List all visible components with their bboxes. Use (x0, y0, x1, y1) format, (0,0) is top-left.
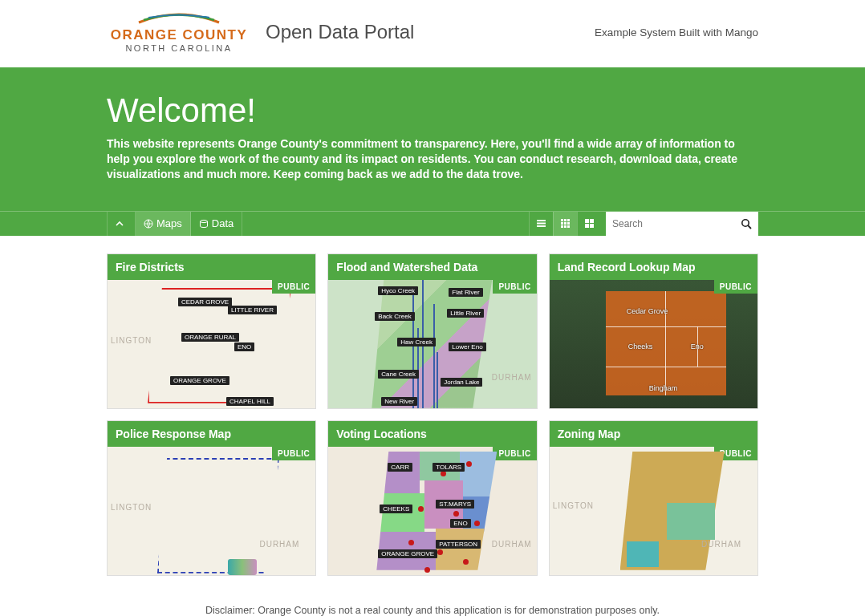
precinct-label: ST.MARYS (436, 500, 474, 509)
district-label: ENO (234, 342, 254, 351)
watershed-label: Flat River (449, 288, 482, 297)
map-base-label: DURHAM (259, 540, 299, 549)
portal-title: Open Data Portal (266, 21, 414, 43)
watershed-label: Cane Creek (378, 370, 419, 379)
data-icon (199, 219, 209, 229)
chevron-up-icon (116, 220, 124, 228)
card-fire-districts[interactable]: Fire Districts PUBLIC LINGTON CEDAR GROV… (107, 253, 316, 409)
map-base-label: LINGTON (553, 501, 594, 510)
precinct-label: ENO (450, 519, 470, 528)
watershed-label: Jordan Lake (441, 378, 482, 387)
precinct-label: CHEEKS (380, 505, 412, 513)
disclaimer: Disclaimer: Orange County is not a real … (0, 594, 865, 616)
map-base-label: DURHAM (701, 540, 741, 549)
svg-rect-3 (537, 223, 546, 225)
township-label: Bingham (649, 384, 678, 392)
svg-rect-8 (561, 222, 563, 225)
watershed-label: Little River (447, 309, 484, 318)
precinct-label: ORANGE GROVE (378, 549, 437, 558)
card-title: Flood and Watershed Data (328, 254, 536, 280)
header: ORANGE COUNTY NORTH CAROLINA Open Data P… (107, 0, 758, 67)
svg-rect-10 (567, 222, 570, 225)
card-title: Fire Districts (108, 254, 315, 280)
view-grid-small-button[interactable] (553, 212, 577, 236)
svg-rect-2 (537, 220, 546, 221)
card-thumbnail: PUBLIC DURHAM Hyco Creek Flat River Back… (328, 280, 536, 408)
svg-rect-12 (564, 225, 567, 228)
watershed-label: Lower Eno (449, 342, 485, 351)
list-icon (536, 218, 546, 229)
svg-rect-13 (567, 225, 570, 228)
svg-rect-5 (561, 219, 563, 221)
watershed-label: Haw Creek (397, 338, 436, 346)
township-label: Eno (691, 342, 704, 351)
svg-point-1 (200, 220, 207, 222)
township-label: Cheeks (628, 342, 653, 351)
card-land-record[interactable]: Land Record Lookup Map PUBLIC Cedar Grov… (549, 253, 758, 409)
cards-grid: Fire Districts PUBLIC LINGTON CEDAR GROV… (107, 236, 758, 594)
map-base-label: LINGTON (111, 503, 152, 512)
township-label: Cedar Grove (627, 307, 668, 315)
card-thumbnail: PUBLIC LINGTON DURHAM (550, 447, 757, 575)
svg-rect-16 (585, 224, 589, 228)
district-label: LITTLE RIVER (228, 306, 277, 314)
grid-large-icon (584, 218, 595, 229)
watershed-label: New River (381, 397, 417, 406)
precinct-label: PATTERSON (436, 540, 481, 549)
globe-icon (144, 219, 153, 229)
tab-data[interactable]: Data (191, 212, 242, 236)
toolbar: Maps Data (0, 211, 865, 236)
search-input[interactable] (612, 213, 741, 234)
card-police-response[interactable]: Police Response Map PUBLIC LINGTON DURHA… (107, 420, 316, 576)
badge-public: PUBLIC (272, 447, 315, 460)
svg-rect-11 (561, 225, 563, 228)
card-thumbnail: PUBLIC (328, 447, 536, 575)
card-voting-locations[interactable]: Voting Locations PUBLIC (327, 420, 537, 576)
card-flood-watershed[interactable]: Flood and Watershed Data PUBLIC DURHAM H… (327, 253, 537, 409)
view-list-button[interactable] (529, 212, 553, 236)
tab-maps-label: Maps (156, 217, 182, 229)
search-box[interactable] (606, 212, 758, 236)
svg-rect-15 (590, 219, 594, 223)
grid-small-icon (560, 218, 571, 229)
watershed-label: Hyco Creek (378, 286, 418, 295)
svg-rect-17 (590, 224, 594, 228)
card-title: Land Record Lookup Map (550, 254, 757, 280)
logo-text-primary: ORANGE COUNTY (107, 27, 251, 43)
district-label: CEDAR GROVE (178, 298, 232, 306)
card-zoning-map[interactable]: Zoning Map PUBLIC LINGTON DURHAM (549, 420, 758, 576)
svg-rect-9 (564, 222, 567, 225)
hero-body: This website represents Orange County's … (107, 136, 758, 182)
hero: Welcome! This website represents Orange … (0, 67, 865, 211)
tab-maps[interactable]: Maps (136, 212, 191, 236)
district-label: ORANGE GROVE (170, 376, 229, 385)
watershed-label: Back Creek (375, 312, 414, 321)
svg-rect-6 (564, 219, 567, 221)
svg-line-19 (748, 225, 751, 229)
header-tagline: Example System Built with Mango (595, 26, 758, 38)
svg-rect-7 (567, 219, 570, 221)
svg-point-18 (742, 219, 749, 225)
card-title: Voting Locations (328, 421, 536, 447)
district-label: CHAPEL HILL (226, 397, 274, 406)
collapse-button[interactable] (107, 212, 136, 236)
card-thumbnail: PUBLIC Cedar Grove Cheeks Eno Bingham (550, 280, 757, 408)
svg-rect-14 (585, 219, 589, 223)
card-thumbnail: PUBLIC LINGTON CEDAR GROVE LITTLE RIVER … (108, 280, 315, 408)
hero-heading: Welcome! (107, 91, 758, 130)
search-icon[interactable] (741, 218, 752, 229)
district-label: ORANGE RURAL (181, 333, 239, 342)
card-title: Zoning Map (550, 421, 757, 447)
logo-text-secondary: NORTH CAROLINA (107, 43, 251, 53)
precinct-label: TOLARS (433, 463, 465, 472)
tab-data-label: Data (212, 217, 234, 229)
logo[interactable]: ORANGE COUNTY NORTH CAROLINA (107, 11, 251, 53)
card-thumbnail: PUBLIC LINGTON DURHAM (108, 447, 315, 575)
view-grid-large-button[interactable] (577, 212, 601, 236)
precinct-label: CARR (388, 463, 412, 472)
svg-rect-4 (537, 225, 546, 227)
card-title: Police Response Map (108, 421, 315, 447)
